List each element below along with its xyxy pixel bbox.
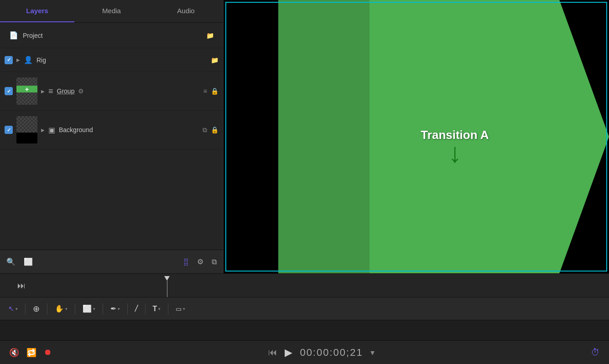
group-icon: ≡	[48, 87, 53, 96]
text-icon: T	[153, 305, 157, 313]
group-expand[interactable]: ▶	[41, 89, 45, 94]
text-tool[interactable]: T ▾	[149, 302, 165, 315]
rect-tool[interactable]: ⬜ ▾	[79, 302, 99, 315]
layers-icon[interactable]: ⧉	[212, 258, 217, 266]
left-bottom-toolbar: 🔍 ⬜ ⣿ ⚙ ⧉	[0, 250, 223, 273]
time-display: 00:00:00;21	[300, 347, 363, 359]
time-dropdown-arrow[interactable]: ▾	[370, 348, 375, 358]
layer-row-background: ▶ ▣ Background ⧉ 🔒	[0, 111, 223, 149]
project-row: 📄 Project 📁	[0, 23, 223, 48]
shape-tool[interactable]: ▭ ▾	[172, 303, 189, 315]
bg-thumbnail	[16, 116, 37, 144]
rig-checkbox[interactable]	[5, 56, 13, 64]
playhead-line	[167, 281, 167, 297]
pan-tool[interactable]: ✋ ▾	[51, 302, 71, 315]
transition-arrow: ↓	[448, 139, 462, 167]
tabs-bar: Layers Media Audio	[0, 0, 223, 23]
pen-tool[interactable]: ✒ ▾	[107, 302, 124, 315]
layer-row-group: + ▶ ≡ Group ⚙ ≡ 🔒	[0, 72, 223, 111]
text-dropdown-arrow: ▾	[158, 307, 161, 311]
paint-icon: /	[135, 303, 138, 314]
tool-sep-7	[168, 303, 168, 314]
preview-canvas: Transition A ↓	[224, 0, 609, 273]
group-lock[interactable]: 🔒	[211, 87, 219, 95]
pan-icon: ✋	[55, 304, 64, 313]
rig-name: Rig	[36, 56, 46, 64]
paint-tool[interactable]: /	[131, 301, 141, 316]
skip-back-icon[interactable]: ⏮	[268, 347, 277, 358]
timeline-ruler: ⏭	[0, 274, 609, 297]
rig-lock[interactable]: 📁	[211, 56, 219, 64]
tab-media[interactable]: Media	[74, 0, 149, 22]
select-tool[interactable]: ↖ ▾	[5, 302, 21, 315]
tools-bar: ↖ ▾ ⊕ ✋ ▾ ⬜ ▾ ✒ ▾ / T ▾	[0, 297, 609, 320]
tab-audio[interactable]: Audio	[149, 0, 223, 22]
settings-icon[interactable]: ⚙	[197, 257, 203, 266]
doc-icon: 📄	[9, 31, 18, 40]
rect-icon[interactable]: ⬜	[24, 257, 33, 266]
bg-lock[interactable]: 🔒	[211, 126, 219, 133]
play-icon[interactable]: ▶	[285, 347, 292, 359]
layer-row-rig: ▶ 👤 Rig 📁	[0, 48, 223, 72]
pen-dropdown-arrow: ▾	[118, 307, 120, 311]
group-stack[interactable]: ≡	[203, 87, 207, 95]
group-thumbnail: +	[16, 77, 37, 105]
shape-icon: ▭	[176, 305, 182, 313]
group-gear[interactable]: ⚙	[78, 87, 84, 95]
playhead-marker	[164, 274, 170, 297]
pen-icon: ✒	[110, 304, 116, 313]
record-icon[interactable]: ⏺	[44, 348, 52, 357]
timer-icon[interactable]: ⏱	[591, 347, 600, 358]
bg-checkbox[interactable]	[5, 126, 13, 134]
left-panel: Layers Media Audio 📄 Project 📁 ▶ 👤	[0, 0, 224, 273]
shape-dropdown-arrow: ▾	[183, 307, 185, 311]
mute-icon[interactable]: 🔇	[9, 348, 19, 358]
tool-sep-2	[47, 303, 47, 314]
grid-icon[interactable]: ⣿	[183, 257, 189, 266]
tool-sep-5	[127, 303, 128, 314]
select-icon: ↖	[8, 304, 14, 313]
select-dropdown-arrow: ▾	[16, 307, 18, 311]
tool-sep-6	[145, 303, 146, 314]
loop-icon[interactable]: 🔁	[26, 348, 36, 358]
layers-list: 📄 Project 📁 ▶ 👤 Rig 📁	[0, 23, 223, 250]
bg-stack[interactable]: ⧉	[203, 126, 207, 134]
tab-layers[interactable]: Layers	[0, 0, 74, 22]
playhead-start-icon: ⏭	[17, 281, 26, 290]
project-folder-icon[interactable]: 📁	[206, 32, 214, 39]
transport-bar: 🔇 🔁 ⏺ ⏮ ▶ 00:00:00;21 ▾ ⏱	[0, 340, 609, 364]
playhead-head	[164, 276, 170, 281]
pan-dropdown-arrow: ▾	[65, 307, 68, 311]
rect-dropdown-arrow: ▾	[93, 307, 95, 311]
rect-icon: ⬜	[83, 304, 92, 313]
bg-icon: ▣	[48, 126, 55, 134]
group-checkbox[interactable]	[5, 87, 13, 95]
group-name: Group	[57, 87, 75, 95]
bottom-area: ⏭ ↖ ▾ ⊕ ✋ ▾ ⬜ ▾ ✒ ▾ /	[0, 273, 609, 364]
search-icon[interactable]: 🔍	[6, 257, 16, 266]
tool-sep-1	[25, 303, 26, 314]
project-label: Project	[23, 32, 43, 39]
green-left-face	[278, 0, 370, 273]
bg-expand[interactable]: ▶	[41, 128, 45, 133]
rig-icon: 👤	[24, 56, 33, 64]
timeline-tracks	[0, 320, 609, 340]
orbit-icon: ⊕	[33, 304, 40, 314]
bg-name: Background	[59, 126, 93, 133]
rig-expand[interactable]: ▶	[16, 57, 20, 62]
preview-area: Transition A ↓	[224, 0, 609, 273]
tool-sep-3	[75, 303, 75, 314]
orbit-tool[interactable]: ⊕	[29, 302, 43, 316]
tool-sep-4	[103, 303, 103, 314]
